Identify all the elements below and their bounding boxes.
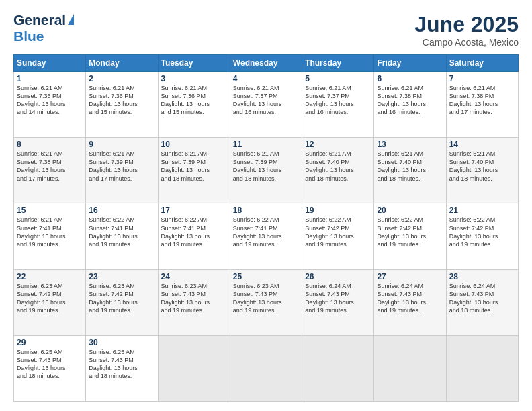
table-cell: 1 Sunrise: 6:21 AM Sunset: 7:36 PM Dayli… (14, 72, 86, 138)
day-number: 14 (449, 140, 515, 149)
table-cell: 17 Sunrise: 6:22 AM Sunset: 7:41 PM Dayl… (158, 203, 230, 269)
col-monday: Monday (86, 55, 158, 72)
calendar-week-row: 29 Sunrise: 6:25 AM Sunset: 7:43 PM Dayl… (14, 335, 519, 401)
day-number: 10 (161, 140, 227, 149)
day-number: 8 (17, 140, 83, 149)
subtitle: Campo Acosta, Mexico (414, 37, 519, 48)
header: General Blue June 2025 Campo Acosta, Mex… (13, 12, 519, 48)
day-number: 11 (233, 140, 299, 149)
table-cell: 14 Sunrise: 6:21 AM Sunset: 7:40 PM Dayl… (446, 138, 518, 203)
table-cell: 10 Sunrise: 6:21 AM Sunset: 7:39 PM Dayl… (158, 138, 230, 203)
table-cell: 13 Sunrise: 6:21 AM Sunset: 7:40 PM Dayl… (374, 138, 446, 203)
cell-info: Sunrise: 6:22 AM Sunset: 7:42 PM Dayligh… (377, 216, 443, 248)
table-cell: 26 Sunrise: 6:24 AM Sunset: 7:43 PM Dayl… (302, 269, 374, 335)
day-number: 4 (233, 74, 299, 83)
table-cell: 16 Sunrise: 6:22 AM Sunset: 7:41 PM Dayl… (86, 203, 158, 269)
col-wednesday: Wednesday (230, 55, 302, 72)
table-cell: 6 Sunrise: 6:21 AM Sunset: 7:38 PM Dayli… (374, 72, 446, 138)
table-cell: 12 Sunrise: 6:21 AM Sunset: 7:40 PM Dayl… (302, 138, 374, 203)
table-cell: 5 Sunrise: 6:21 AM Sunset: 7:37 PM Dayli… (302, 72, 374, 138)
table-cell (374, 335, 446, 401)
table-cell: 22 Sunrise: 6:23 AM Sunset: 7:42 PM Dayl… (14, 269, 86, 335)
day-number: 29 (17, 338, 83, 347)
cell-info: Sunrise: 6:21 AM Sunset: 7:37 PM Dayligh… (305, 84, 371, 117)
day-number: 25 (233, 272, 299, 281)
logo-blue: Blue (13, 28, 44, 44)
cell-info: Sunrise: 6:24 AM Sunset: 7:43 PM Dayligh… (305, 282, 371, 315)
cell-info: Sunrise: 6:21 AM Sunset: 7:36 PM Dayligh… (17, 84, 83, 117)
table-cell: 28 Sunrise: 6:24 AM Sunset: 7:43 PM Dayl… (446, 269, 518, 335)
calendar-table: Sunday Monday Tuesday Wednesday Thursday… (13, 54, 519, 402)
day-number: 20 (377, 205, 443, 215)
day-number: 5 (305, 74, 371, 83)
day-number: 18 (233, 205, 299, 215)
calendar-week-row: 8 Sunrise: 6:21 AM Sunset: 7:38 PM Dayli… (14, 138, 519, 203)
col-sunday: Sunday (14, 55, 86, 72)
cell-info: Sunrise: 6:21 AM Sunset: 7:37 PM Dayligh… (233, 84, 299, 117)
table-cell: 15 Sunrise: 6:21 AM Sunset: 7:41 PM Dayl… (14, 203, 86, 269)
cell-info: Sunrise: 6:21 AM Sunset: 7:40 PM Dayligh… (377, 150, 443, 183)
day-number: 1 (17, 74, 83, 83)
table-cell (230, 335, 302, 401)
cell-info: Sunrise: 6:21 AM Sunset: 7:38 PM Dayligh… (449, 84, 515, 117)
table-cell: 2 Sunrise: 6:21 AM Sunset: 7:36 PM Dayli… (86, 72, 158, 138)
col-thursday: Thursday (302, 55, 374, 72)
day-number: 27 (377, 272, 443, 281)
page: General Blue June 2025 Campo Acosta, Mex… (0, 0, 532, 411)
col-saturday: Saturday (446, 55, 518, 72)
table-cell: 20 Sunrise: 6:22 AM Sunset: 7:42 PM Dayl… (374, 203, 446, 269)
table-cell: 21 Sunrise: 6:22 AM Sunset: 7:42 PM Dayl… (446, 203, 518, 269)
day-number: 21 (449, 205, 515, 215)
table-cell: 11 Sunrise: 6:21 AM Sunset: 7:39 PM Dayl… (230, 138, 302, 203)
cell-info: Sunrise: 6:23 AM Sunset: 7:42 PM Dayligh… (17, 282, 83, 315)
table-cell: 3 Sunrise: 6:21 AM Sunset: 7:36 PM Dayli… (158, 72, 230, 138)
col-friday: Friday (374, 55, 446, 72)
day-number: 2 (89, 74, 154, 83)
calendar-week-row: 1 Sunrise: 6:21 AM Sunset: 7:36 PM Dayli… (14, 72, 519, 138)
table-cell: 8 Sunrise: 6:21 AM Sunset: 7:38 PM Dayli… (14, 138, 86, 203)
cell-info: Sunrise: 6:21 AM Sunset: 7:41 PM Dayligh… (17, 216, 83, 248)
day-number: 19 (305, 205, 371, 215)
day-number: 23 (89, 272, 154, 281)
cell-info: Sunrise: 6:21 AM Sunset: 7:39 PM Dayligh… (233, 150, 299, 183)
table-cell: 25 Sunrise: 6:23 AM Sunset: 7:43 PM Dayl… (230, 269, 302, 335)
cell-info: Sunrise: 6:21 AM Sunset: 7:38 PM Dayligh… (377, 84, 443, 117)
table-cell: 24 Sunrise: 6:23 AM Sunset: 7:43 PM Dayl… (158, 269, 230, 335)
day-number: 13 (377, 140, 443, 149)
cell-info: Sunrise: 6:21 AM Sunset: 7:40 PM Dayligh… (449, 150, 515, 183)
cell-info: Sunrise: 6:21 AM Sunset: 7:39 PM Dayligh… (161, 150, 227, 183)
day-number: 28 (449, 272, 515, 281)
day-number: 12 (305, 140, 371, 149)
table-cell: 7 Sunrise: 6:21 AM Sunset: 7:38 PM Dayli… (446, 72, 518, 138)
main-title: June 2025 (414, 12, 519, 37)
day-number: 30 (89, 338, 154, 347)
table-cell: 29 Sunrise: 6:25 AM Sunset: 7:43 PM Dayl… (14, 335, 86, 401)
cell-info: Sunrise: 6:24 AM Sunset: 7:43 PM Dayligh… (449, 282, 515, 315)
logo: General Blue (13, 12, 74, 44)
table-cell (446, 335, 518, 401)
cell-info: Sunrise: 6:22 AM Sunset: 7:41 PM Dayligh… (89, 216, 154, 248)
cell-info: Sunrise: 6:21 AM Sunset: 7:36 PM Dayligh… (89, 84, 154, 117)
logo-triangle-icon (68, 14, 74, 25)
table-cell (158, 335, 230, 401)
day-number: 16 (89, 205, 154, 215)
col-tuesday: Tuesday (158, 55, 230, 72)
table-cell: 23 Sunrise: 6:23 AM Sunset: 7:42 PM Dayl… (86, 269, 158, 335)
cell-info: Sunrise: 6:21 AM Sunset: 7:39 PM Dayligh… (89, 150, 154, 183)
cell-info: Sunrise: 6:21 AM Sunset: 7:40 PM Dayligh… (305, 150, 371, 183)
calendar-header-row: Sunday Monday Tuesday Wednesday Thursday… (14, 55, 519, 72)
table-cell: 27 Sunrise: 6:24 AM Sunset: 7:43 PM Dayl… (374, 269, 446, 335)
day-number: 24 (161, 272, 227, 281)
cell-info: Sunrise: 6:23 AM Sunset: 7:43 PM Dayligh… (161, 282, 227, 315)
table-cell: 4 Sunrise: 6:21 AM Sunset: 7:37 PM Dayli… (230, 72, 302, 138)
cell-info: Sunrise: 6:25 AM Sunset: 7:43 PM Dayligh… (89, 348, 154, 381)
day-number: 22 (17, 272, 83, 281)
day-number: 7 (449, 74, 515, 83)
day-number: 6 (377, 74, 443, 83)
cell-info: Sunrise: 6:21 AM Sunset: 7:38 PM Dayligh… (17, 150, 83, 183)
day-number: 15 (17, 205, 83, 215)
logo-general: General (13, 12, 66, 28)
table-cell: 19 Sunrise: 6:22 AM Sunset: 7:42 PM Dayl… (302, 203, 374, 269)
cell-info: Sunrise: 6:23 AM Sunset: 7:43 PM Dayligh… (233, 282, 299, 315)
day-number: 17 (161, 205, 227, 215)
